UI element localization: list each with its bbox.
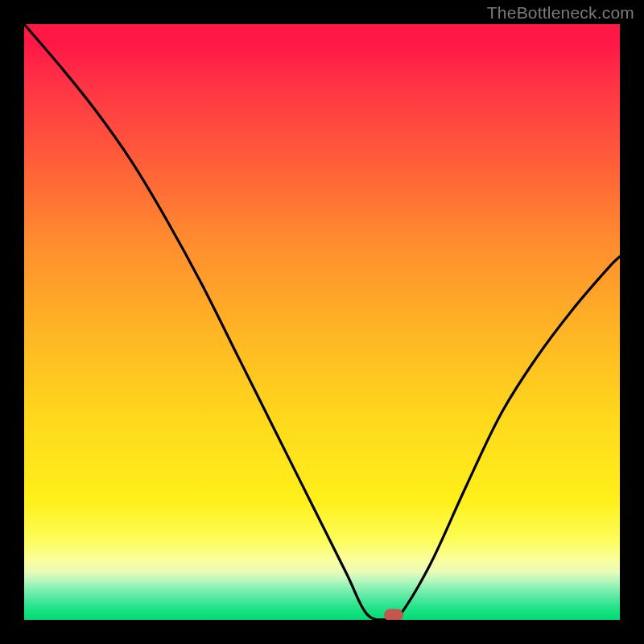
optimal-marker	[384, 609, 403, 620]
chart-frame: TheBottleneck.com	[0, 0, 644, 644]
watermark-text: TheBottleneck.com	[487, 3, 634, 23]
bottleneck-curve	[24, 24, 620, 620]
plot-area	[24, 24, 620, 620]
